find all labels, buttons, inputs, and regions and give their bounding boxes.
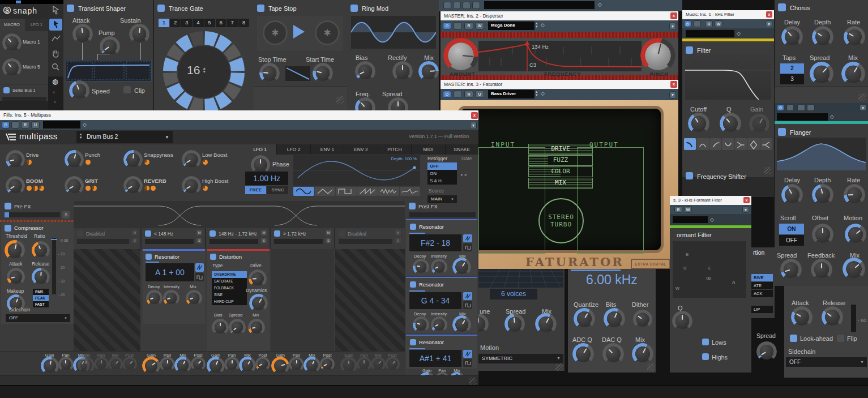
band-5-gain-slider[interactable]	[339, 239, 392, 244]
stereo-mode-icon[interactable]: ◍	[52, 78, 58, 85]
ens-mix-knob[interactable]	[537, 315, 554, 332]
ch-depth-knob[interactable]	[814, 28, 831, 45]
band-1-gain-slider[interactable]	[77, 239, 129, 244]
retrigger-on-option[interactable]: ON	[427, 170, 457, 177]
band-4-enable[interactable]	[274, 230, 280, 237]
offset-knob[interactable]	[814, 226, 831, 243]
fl-depth-knob[interactable]	[814, 186, 831, 203]
toolbar-button[interactable]	[443, 2, 451, 9]
preset-box[interactable]	[673, 216, 708, 223]
stereo-turbo-button[interactable]: STEREO TURBO	[538, 198, 584, 243]
drive-slider[interactable]: DRIVE	[528, 144, 593, 155]
resonator-note-display[interactable]: G 4 - 34	[409, 292, 461, 309]
lfo-display[interactable]: Depth: 100 %	[293, 155, 420, 186]
rectify-knob[interactable]	[395, 63, 411, 79]
band4-post-knob[interactable]	[322, 359, 332, 369]
band4-pan-knob[interactable]	[291, 359, 302, 370]
taps-option-3[interactable]: 3	[780, 74, 804, 84]
preset-box[interactable]	[686, 30, 734, 37]
preset-stepper[interactable]: ▴▾	[536, 90, 538, 97]
fl-motion-knob[interactable]	[847, 226, 864, 243]
tape-stop-enable[interactable]	[257, 5, 264, 12]
dacq-knob[interactable]	[605, 345, 622, 362]
lfo-shape-random-button[interactable]	[400, 187, 421, 196]
play-icon[interactable]	[293, 25, 305, 38]
band2-post-knob[interactable]	[193, 359, 203, 369]
shape-lowpass-button[interactable]	[684, 138, 696, 150]
resize-grip[interactable]	[555, 363, 563, 371]
ringmod-spread-knob[interactable]	[390, 100, 406, 111]
band-2-enable[interactable]	[145, 230, 151, 237]
compressor-enable[interactable]	[5, 225, 11, 232]
trance-gate-enable[interactable]	[157, 5, 165, 12]
shape-highpass-button[interactable]	[709, 138, 721, 150]
toolbar-button[interactable]	[472, 2, 480, 9]
dist-bias-knob[interactable]	[214, 321, 226, 333]
ratio-knob[interactable]	[34, 243, 48, 257]
freq-knob[interactable]	[357, 100, 373, 111]
retrigger-off-option[interactable]: OFF	[427, 162, 457, 170]
step-3[interactable]: 3	[181, 19, 192, 27]
macro-punch-knob[interactable]	[67, 152, 82, 167]
pump-knob[interactable]	[102, 38, 118, 54]
type-option[interactable]: ATE	[751, 282, 773, 289]
preset-diamond-icon[interactable]: ◇	[710, 217, 714, 222]
gate-length-value[interactable]: 16 ▲▼	[187, 63, 221, 77]
type-foldback[interactable]: FOLDBACK	[212, 285, 247, 292]
preset-box[interactable]: Bass Driver	[488, 90, 535, 99]
band1-post-knob[interactable]	[125, 359, 135, 369]
band-4-mute[interactable]: M	[326, 230, 331, 236]
resonator-mode-square-button[interactable]	[463, 301, 472, 309]
resonator-mode-saw-button[interactable]	[463, 292, 472, 300]
mode-rms-option[interactable]: RMS	[33, 289, 49, 295]
lfo-shape-square-button[interactable]	[336, 187, 357, 196]
close-button[interactable]: x	[670, 81, 677, 88]
transient-display[interactable]	[66, 60, 152, 82]
macro-drive-knob[interactable]	[8, 152, 23, 167]
band-3-solo[interactable]: S	[261, 238, 267, 243]
fuzz-slider[interactable]: FUZZ	[528, 155, 593, 166]
resonator-mode-saw-button[interactable]	[195, 263, 204, 272]
preset-box[interactable]: Mega Donk	[488, 22, 535, 30]
comp-release-knob[interactable]	[34, 270, 48, 284]
band-5-mute[interactable]: M	[395, 230, 401, 236]
mix-knob[interactable]	[455, 318, 469, 332]
frequency-display[interactable]: 134 Hz C3	[478, 41, 642, 71]
sidechain-dropdown[interactable]: OFF▼	[786, 357, 867, 367]
macro-reverb-knob[interactable]	[126, 178, 140, 193]
free-button[interactable]: FREE	[245, 186, 266, 194]
lfo-shape-triangle-button[interactable]	[315, 187, 336, 196]
tab-snake[interactable]: SNAKE	[445, 144, 478, 155]
band-2-mute[interactable]: M	[196, 230, 202, 236]
depth-value[interactable]: Depth: 100 %	[391, 157, 417, 161]
formant-titlebar[interactable]: s. 3 - kHs Formant Filter	[670, 196, 751, 205]
menu-button[interactable]: ▾	[669, 23, 676, 30]
stop-time-knob[interactable]	[262, 65, 277, 81]
phase-knob[interactable]	[253, 157, 268, 172]
preset-box[interactable]	[43, 121, 80, 129]
patch-selector[interactable]: ▴▾ Drum Bus 2 ▼	[76, 131, 173, 143]
band-1-enable[interactable]	[77, 230, 83, 237]
read-automation-button[interactable]: R	[674, 206, 682, 213]
decay-knob[interactable]	[415, 261, 427, 273]
menu-button[interactable]: ▾	[766, 20, 772, 27]
band4-mix-knob[interactable]	[306, 359, 318, 371]
vowel-display[interactable]: e o ε œ a w	[673, 241, 746, 298]
type-option[interactable]: ACK	[751, 290, 773, 297]
type-hardclip[interactable]: HARD CLIP	[212, 298, 247, 305]
close-button[interactable]: x	[670, 12, 677, 19]
band4-gain-knob[interactable]	[273, 359, 287, 373]
shape-notch-button[interactable]	[722, 138, 734, 150]
ring-mod-enable[interactable]	[350, 5, 358, 12]
decay-knob[interactable]	[415, 319, 427, 331]
edit-tool-button[interactable]	[49, 19, 62, 31]
resize-grip[interactable]	[858, 93, 866, 101]
flip-checkbox[interactable]	[837, 335, 844, 342]
step-1[interactable]: 1	[159, 19, 169, 27]
band-4-solo[interactable]: S	[326, 238, 331, 243]
motion-dropdown[interactable]: SYMMETRIC▼	[478, 354, 563, 363]
dist-spread-knob[interactable]	[231, 321, 243, 333]
power-button[interactable]: ⏻	[443, 22, 451, 29]
dist-mix-knob[interactable]	[250, 321, 263, 333]
ens-spread-knob[interactable]	[507, 316, 523, 332]
